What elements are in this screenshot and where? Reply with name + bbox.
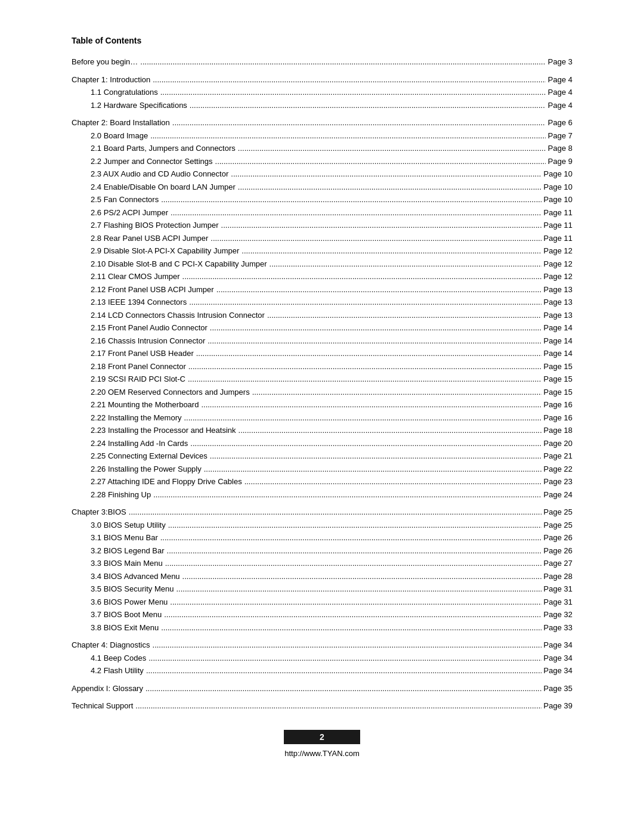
- toc-dots: ........................................…: [196, 348, 541, 360]
- toc-label: 2.22 Installing the Memory: [72, 412, 181, 424]
- toc-row: 2.10 Disable Slot-B and C PCI-X Capabili…: [72, 258, 572, 270]
- toc-dots: ........................................…: [146, 665, 541, 677]
- toc-dots: ........................................…: [204, 463, 541, 475]
- toc-dots: ........................................…: [244, 476, 541, 488]
- toc-dots: ........................................…: [153, 639, 541, 651]
- toc-label: 3.4 BIOS Advanced Menu: [72, 571, 180, 583]
- toc-row: 2.18 Front Panel Connector..............…: [72, 361, 572, 373]
- toc-row: 2.4 Enable/Disable On board LAN Jumper..…: [72, 181, 572, 193]
- toc-page: Page 39: [544, 700, 572, 712]
- toc-dots: ........................................…: [160, 532, 541, 544]
- toc-page: Page 28: [544, 571, 572, 583]
- toc-dots: ........................................…: [182, 571, 541, 583]
- toc-label: 2.5 Fan Connectors: [72, 194, 159, 206]
- toc-row: 3.8 BIOS Exit Menu......................…: [72, 622, 572, 634]
- toc-label: 2.16 Chassis Intrusion Connector: [72, 335, 205, 347]
- toc-label: 2.19 SCSI RAID PCI Slot-C: [72, 373, 185, 385]
- toc-page: Page 9: [548, 156, 572, 168]
- toc-dots: ........................................…: [238, 181, 541, 193]
- toc-label: Before you begin…: [72, 56, 138, 68]
- toc-page: Page 7: [548, 130, 572, 142]
- toc-dots: ........................................…: [210, 322, 541, 334]
- toc-row: 2.27 Attaching IDE and Floppy Drive Cabl…: [72, 476, 572, 488]
- toc-row: 2.8 Rear Panel USB ACPI Jumper..........…: [72, 233, 572, 244]
- toc-row: 2.24 Installing Add -In Cards...........…: [72, 438, 572, 450]
- toc-row: 2.3 AUX Audio and CD Audio Connector....…: [72, 168, 572, 180]
- toc-dots: ........................................…: [161, 194, 541, 206]
- toc-row: 2.16 Chassis Intrusion Connector........…: [72, 335, 572, 347]
- toc-label: 2.18 Front Panel Connector: [72, 361, 186, 373]
- toc-page: Page 25: [544, 519, 572, 531]
- toc-row: Chapter 1: Introduction.................…: [72, 74, 572, 86]
- toc-label: 3.3 BIOS Main Menu: [72, 558, 163, 569]
- toc-label: 2.28 Finishing Up: [72, 489, 151, 501]
- toc-label: 2.15 Front Panel Audio Connector: [72, 322, 208, 334]
- toc-row: 3.7 BIOS Boot Menu......................…: [72, 609, 572, 621]
- toc-row: 2.2 Jumper and Connector Settings.......…: [72, 156, 572, 168]
- toc-page: Page 23: [544, 476, 572, 488]
- toc-label: 2.4 Enable/Disable On board LAN Jumper: [72, 181, 236, 193]
- toc-dots: ........................................…: [165, 558, 541, 569]
- toc-row: 2.26 Installing the Power Supply........…: [72, 463, 572, 475]
- toc-row: 3.0 BIOS Setup Utility..................…: [72, 519, 572, 531]
- toc-row: 2.23 Installing the Processor and Heatsi…: [72, 425, 572, 436]
- toc-dots: ........................................…: [164, 609, 541, 621]
- toc-row: 2.11 Clear CMOS Jumper..................…: [72, 271, 572, 283]
- toc-page: Page 13: [544, 296, 572, 308]
- toc-dots: ........................................…: [182, 271, 541, 283]
- toc-dots: ........................................…: [140, 56, 546, 68]
- toc-dots: ........................................…: [160, 86, 546, 98]
- toc-page: Page 18: [544, 425, 572, 436]
- toc-page: Page 11: [544, 233, 572, 244]
- toc-page: Page 4: [548, 74, 572, 86]
- toc-page: Page 20: [544, 438, 572, 450]
- page-footer: 2 http://www.TYAN.com: [72, 730, 572, 758]
- toc-label: 2.7 Flashing BIOS Protection Jumper: [72, 219, 219, 231]
- toc-row: 3.2 BIOS Legend Bar.....................…: [72, 545, 572, 557]
- toc-page: Page 26: [544, 532, 572, 544]
- toc-row: Before you begin….......................…: [72, 56, 572, 68]
- toc-page: Page 15: [544, 373, 572, 385]
- toc-page: Page 10: [544, 194, 572, 206]
- toc-row: 3.5 BIOS Security Menu..................…: [72, 583, 572, 595]
- toc-row: 2.15 Front Panel Audio Connector........…: [72, 322, 572, 334]
- toc-row: 2.22 Installing the Memory..............…: [72, 412, 572, 424]
- toc-dots: ........................................…: [190, 438, 541, 450]
- toc-row: Appendix I: Glossary....................…: [72, 683, 572, 695]
- toc-label: 2.11 Clear CMOS Jumper: [72, 271, 180, 283]
- toc-dots: ........................................…: [252, 386, 541, 398]
- toc-label: 2.2 Jumper and Connector Settings: [72, 156, 213, 168]
- toc-row: 2.20 OEM Reserved Connectors and Jumpers…: [72, 386, 572, 398]
- toc-label: 2.23 Installing the Processor and Heatsi…: [72, 425, 236, 436]
- toc-dots: ........................................…: [208, 335, 541, 347]
- toc-row: 4.1 Beep Codes..........................…: [72, 652, 572, 664]
- toc-dots: ........................................…: [210, 450, 541, 462]
- toc-row: 3.6 BIOS Power Menu.....................…: [72, 596, 572, 608]
- footer-url: http://www.TYAN.com: [284, 749, 359, 758]
- toc-row: 2.1 Board Parts, Jumpers and Connectors.…: [72, 143, 572, 154]
- toc-page: Page 10: [544, 181, 572, 193]
- toc-page: Page 11: [544, 219, 572, 231]
- toc-dots: ........................................…: [188, 373, 541, 385]
- toc-row: 2.0 Board Image.........................…: [72, 130, 572, 142]
- toc-page: Page 12: [544, 258, 572, 270]
- toc-page: Page 32: [544, 609, 572, 621]
- toc-label: 2.14 LCD Connectors Chassis Intrusion Co…: [72, 309, 265, 321]
- toc-container: Before you begin….......................…: [72, 56, 572, 712]
- toc-dots: ........................................…: [231, 168, 541, 180]
- toc-dots: ........................................…: [170, 596, 541, 608]
- toc-page: Page 34: [544, 639, 572, 651]
- toc-page: Page 10: [544, 168, 572, 180]
- toc-label: 3.2 BIOS Legend Bar: [72, 545, 165, 557]
- toc-dots: ........................................…: [171, 207, 541, 219]
- toc-row: 4.2 Flash Utility.......................…: [72, 665, 572, 677]
- toc-label: Chapter 2: Board Installation: [72, 117, 170, 129]
- toc-label: 2.6 PS/2 ACPI Jumper: [72, 207, 168, 219]
- toc-label: 2.20 OEM Reserved Connectors and Jumpers: [72, 386, 250, 398]
- toc-label: 3.8 BIOS Exit Menu: [72, 622, 159, 634]
- toc-row: 2.5 Fan Connectors......................…: [72, 194, 572, 206]
- toc-row: 2.7 Flashing BIOS Protection Jumper.....…: [72, 219, 572, 231]
- toc-dots: ........................................…: [189, 296, 541, 308]
- toc-row: 2.14 LCD Connectors Chassis Intrusion Co…: [72, 309, 572, 321]
- toc-dots: ........................................…: [161, 622, 541, 634]
